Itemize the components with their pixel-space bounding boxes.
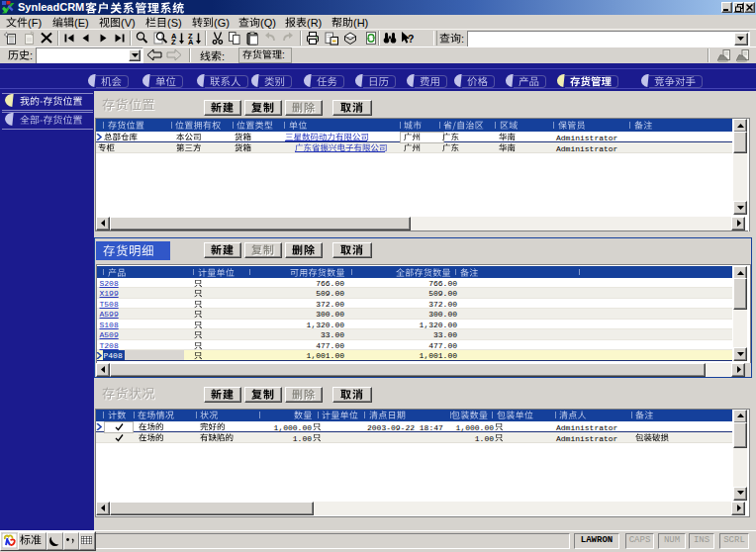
- svg-text:A: A: [188, 38, 194, 46]
- svg-text:Z: Z: [171, 38, 176, 46]
- svg-text:?: ?: [408, 33, 414, 45]
